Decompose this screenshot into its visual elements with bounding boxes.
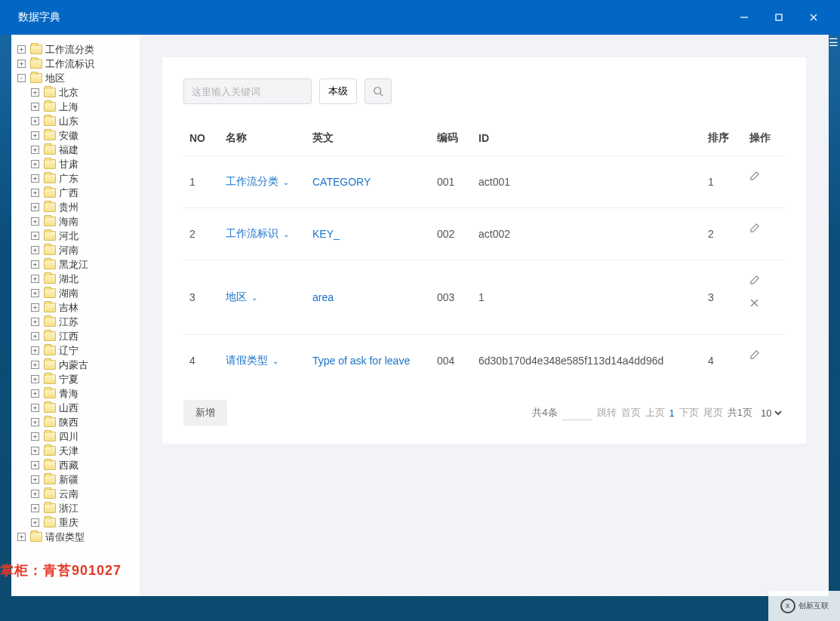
tree-node[interactable]: +云南 <box>31 487 140 501</box>
tree-node[interactable]: +江西 <box>31 329 140 343</box>
tree-node[interactable]: +工作流分类 <box>17 42 140 57</box>
expand-icon[interactable]: + <box>31 146 39 154</box>
expand-icon[interactable]: + <box>31 490 39 498</box>
tree-node[interactable]: +黑龙江 <box>31 257 140 272</box>
tree-node[interactable]: +新疆 <box>31 472 140 487</box>
expand-icon[interactable]: + <box>31 346 39 355</box>
row-name-link[interactable]: 请假类型 <box>226 354 268 366</box>
expand-icon[interactable]: + <box>31 217 39 226</box>
tree-node[interactable]: +河南 <box>31 243 140 257</box>
expand-icon[interactable]: + <box>31 275 39 283</box>
last-page[interactable]: 尾页 <box>703 406 723 420</box>
expand-icon[interactable]: + <box>31 518 39 527</box>
edit-icon[interactable] <box>749 349 779 360</box>
minimize-button[interactable] <box>727 0 762 35</box>
first-page[interactable]: 首页 <box>621 406 641 420</box>
chevron-down-icon[interactable]: ⌄ <box>283 230 289 238</box>
tree-node[interactable]: +请假类型 <box>17 530 140 544</box>
expand-icon[interactable]: + <box>31 461 39 469</box>
chevron-down-icon[interactable]: ⌄ <box>251 294 257 302</box>
expand-icon[interactable]: + <box>31 418 39 426</box>
side-menu-icon[interactable]: ☰ <box>829 36 838 48</box>
expand-icon[interactable]: + <box>31 303 39 312</box>
row-en-link[interactable]: Type of ask for leave <box>312 355 410 367</box>
add-button[interactable]: 新增 <box>183 400 227 426</box>
jump-input[interactable] <box>562 405 592 420</box>
expand-icon[interactable]: + <box>31 246 39 254</box>
tree-node[interactable]: +吉林 <box>31 300 140 315</box>
row-en-link[interactable]: KEY_ <box>312 228 340 240</box>
expand-icon[interactable]: + <box>31 289 39 297</box>
edit-icon[interactable] <box>749 170 779 181</box>
tree-node[interactable]: +宁夏 <box>31 372 140 386</box>
prev-page[interactable]: 上页 <box>645 406 665 420</box>
tree-node[interactable]: +甘肃 <box>31 157 140 171</box>
tree-node[interactable]: +广西 <box>31 186 140 200</box>
expand-icon[interactable]: + <box>31 103 39 111</box>
tree-node[interactable]: +福建 <box>31 143 140 157</box>
expand-icon[interactable]: + <box>31 260 39 269</box>
row-name-link[interactable]: 工作流标识 <box>226 227 278 239</box>
tree-node[interactable]: -地区 <box>17 71 140 85</box>
expand-icon[interactable]: + <box>31 389 39 398</box>
expand-icon[interactable]: + <box>31 432 39 441</box>
expand-icon[interactable]: + <box>31 447 39 455</box>
expand-icon[interactable]: + <box>31 375 39 383</box>
row-en-link[interactable]: CATEGORY <box>312 176 371 188</box>
expand-icon[interactable]: + <box>17 533 26 541</box>
page-size-select[interactable]: 10 <box>757 406 785 420</box>
row-name-link[interactable]: 工作流分类 <box>226 175 278 187</box>
edit-icon[interactable] <box>749 222 779 233</box>
expand-icon[interactable]: + <box>31 131 39 140</box>
tree-node[interactable]: +海南 <box>31 214 140 229</box>
next-page[interactable]: 下页 <box>679 406 699 420</box>
tree-node[interactable]: +北京 <box>31 85 140 100</box>
row-en-link[interactable]: area <box>312 291 334 303</box>
edit-icon[interactable] <box>749 274 779 285</box>
level-button[interactable]: 本级 <box>319 78 357 104</box>
tree-node[interactable]: +浙江 <box>31 501 140 515</box>
expand-icon[interactable]: + <box>31 404 39 412</box>
tree-node[interactable]: +湖南 <box>31 286 140 300</box>
tree-node[interactable]: +重庆 <box>31 515 140 530</box>
expand-icon[interactable]: + <box>31 174 39 183</box>
expand-icon[interactable]: + <box>31 318 39 326</box>
expand-icon[interactable]: + <box>17 60 26 68</box>
expand-icon[interactable]: + <box>31 232 39 240</box>
search-input[interactable] <box>183 78 312 104</box>
tree-node[interactable]: +天津 <box>31 444 140 458</box>
tree-node[interactable]: +湖北 <box>31 272 140 286</box>
chevron-down-icon[interactable]: ⌄ <box>272 357 278 365</box>
jump-button[interactable]: 跳转 <box>597 406 617 420</box>
expand-icon[interactable]: + <box>31 189 39 197</box>
expand-icon[interactable]: + <box>17 45 26 54</box>
tree-node[interactable]: +山西 <box>31 401 140 415</box>
expand-icon[interactable]: + <box>31 332 39 340</box>
tree-node[interactable]: +安徽 <box>31 128 140 143</box>
expand-icon[interactable]: + <box>31 504 39 512</box>
tree-node[interactable]: +山东 <box>31 114 140 128</box>
chevron-down-icon[interactable]: ⌄ <box>283 178 289 186</box>
tree-node[interactable]: +贵州 <box>31 200 140 214</box>
expand-icon[interactable]: + <box>31 475 39 484</box>
close-button[interactable] <box>796 0 831 35</box>
maximize-button[interactable] <box>762 0 796 35</box>
expand-icon[interactable]: + <box>31 88 39 97</box>
expand-icon[interactable]: + <box>31 117 39 125</box>
tree-node[interactable]: +河北 <box>31 229 140 243</box>
tree-node[interactable]: +四川 <box>31 429 140 444</box>
expand-icon[interactable]: + <box>31 361 39 369</box>
tree-node[interactable]: +青海 <box>31 386 140 401</box>
delete-icon[interactable] <box>749 298 779 308</box>
tree-node[interactable]: +内蒙古 <box>31 358 140 372</box>
search-button[interactable] <box>365 78 392 104</box>
tree-node[interactable]: +江苏 <box>31 315 140 329</box>
collapse-icon[interactable]: - <box>17 74 26 82</box>
tree-node[interactable]: +辽宁 <box>31 343 140 358</box>
tree-node[interactable]: +广东 <box>31 171 140 186</box>
expand-icon[interactable]: + <box>31 203 39 211</box>
tree-node[interactable]: +工作流标识 <box>17 57 140 71</box>
row-name-link[interactable]: 地区 <box>226 291 247 303</box>
tree-node[interactable]: +西藏 <box>31 458 140 472</box>
tree-node[interactable]: +上海 <box>31 100 140 114</box>
